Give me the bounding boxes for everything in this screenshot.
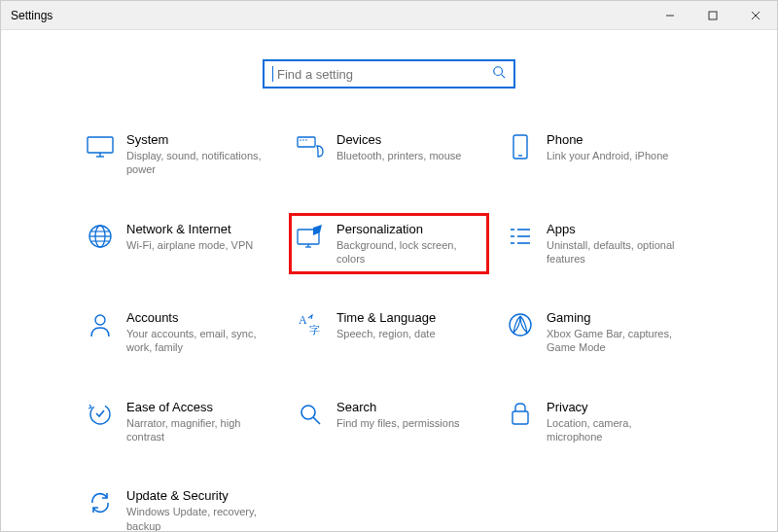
tile-desc: Background, lock screen, colors (336, 238, 477, 266)
tile-text: Network & Internet Wi-Fi, airplane mode,… (126, 222, 253, 252)
tile-desc: Speech, region, date (336, 327, 436, 340)
tile-desc: Uninstall, defaults, optional features (547, 238, 688, 266)
tile-title: Ease of Access (126, 400, 267, 414)
tile-title: Update & Security (126, 488, 267, 503)
titlebar: Settings (1, 1, 777, 30)
tile-text: Search Find my files, permissions (336, 400, 460, 430)
tile-text: Time & Language Speech, region, date (336, 310, 436, 340)
svg-rect-9 (298, 137, 315, 147)
tile-title: Network & Internet (126, 222, 253, 236)
window-controls (649, 1, 777, 29)
tile-update-security[interactable]: Update & Security Windows Update, recove… (79, 479, 279, 532)
tile-phone[interactable]: Phone Link your Android, iPhone (499, 124, 699, 186)
tile-apps[interactable]: Apps Uninstall, defaults, optional featu… (499, 213, 699, 275)
svg-rect-6 (88, 137, 113, 153)
apps-icon (506, 222, 535, 251)
ease-of-access-icon (86, 400, 115, 429)
system-icon (86, 132, 115, 161)
search-box[interactable] (263, 59, 515, 89)
svg-line-5 (502, 75, 506, 79)
tile-desc: Wi-Fi, airplane mode, VPN (126, 238, 253, 252)
gaming-icon (506, 310, 535, 339)
svg-point-10 (300, 139, 301, 141)
svg-rect-36 (513, 411, 528, 424)
settings-grid: System Display, sound, notifications, po… (20, 124, 758, 532)
tile-desc: Your accounts, email, sync, work, family (126, 327, 267, 355)
text-caret (272, 66, 273, 82)
personalization-icon (296, 222, 325, 251)
tile-text: Phone Link your Android, iPhone (547, 132, 668, 162)
search-icon (492, 65, 506, 83)
tile-title: Apps (547, 222, 688, 236)
tile-text: Apps Uninstall, defaults, optional featu… (547, 222, 688, 266)
phone-icon (506, 132, 535, 161)
tile-desc: Windows Update, recovery, backup (126, 505, 267, 532)
tile-search[interactable]: Search Find my files, permissions (289, 391, 489, 453)
update-icon (86, 488, 115, 517)
search-input[interactable] (275, 66, 492, 83)
svg-point-34 (301, 406, 315, 419)
accounts-icon (86, 310, 115, 339)
svg-point-4 (494, 67, 503, 76)
tile-title: Privacy (547, 400, 688, 414)
tile-privacy[interactable]: Privacy Location, camera, microphone (499, 391, 699, 453)
svg-point-11 (302, 139, 304, 141)
tile-desc: Narrator, magnifier, high contrast (126, 416, 267, 444)
tile-title: Search (336, 400, 460, 414)
svg-rect-1 (709, 12, 717, 19)
window-title: Settings (11, 9, 53, 22)
tile-text: Ease of Access Narrator, magnifier, high… (126, 400, 267, 444)
tile-text: Devices Bluetooth, printers, mouse (336, 132, 461, 162)
tile-desc: Display, sound, notifications, power (126, 149, 267, 177)
svg-text:A: A (299, 313, 307, 327)
close-button[interactable] (734, 1, 777, 29)
tile-text: Update & Security Windows Update, recove… (126, 488, 267, 532)
tile-title: Devices (336, 132, 461, 147)
tile-desc: Find my files, permissions (336, 416, 460, 430)
maximize-button[interactable] (691, 1, 734, 29)
tile-network[interactable]: Network & Internet Wi-Fi, airplane mode,… (79, 213, 279, 275)
minimize-button[interactable] (649, 1, 691, 29)
tile-title: System (126, 132, 267, 147)
devices-icon (296, 132, 325, 161)
privacy-icon (506, 400, 535, 429)
tile-desc: Xbox Game Bar, captures, Game Mode (547, 327, 688, 355)
svg-point-12 (305, 139, 307, 141)
tile-gaming[interactable]: Gaming Xbox Game Bar, captures, Game Mod… (499, 301, 699, 364)
tile-ease-of-access[interactable]: Ease of Access Narrator, magnifier, high… (79, 391, 279, 453)
tile-desc: Link your Android, iPhone (547, 149, 668, 162)
svg-line-35 (313, 417, 320, 424)
tile-desc: Location, camera, microphone (547, 416, 688, 444)
tile-title: Accounts (126, 310, 267, 325)
tile-title: Personalization (336, 222, 477, 236)
content-area: System Display, sound, notifications, po… (1, 30, 777, 532)
tile-title: Gaming (547, 310, 688, 325)
search-tile-icon (296, 400, 325, 429)
svg-text:字: 字 (309, 324, 320, 336)
search-wrap (20, 59, 758, 89)
tile-system[interactable]: System Display, sound, notifications, po… (79, 124, 279, 186)
tile-title: Time & Language (336, 310, 436, 325)
time-language-icon: A字 (296, 310, 325, 339)
tile-text: Gaming Xbox Game Bar, captures, Game Mod… (547, 310, 688, 355)
network-icon (86, 222, 115, 251)
tile-text: Accounts Your accounts, email, sync, wor… (126, 310, 267, 355)
tile-text: Privacy Location, camera, microphone (547, 400, 688, 444)
tile-text: Personalization Background, lock screen,… (336, 222, 477, 266)
tile-devices[interactable]: Devices Bluetooth, printers, mouse (289, 124, 489, 186)
tile-accounts[interactable]: Accounts Your accounts, email, sync, wor… (79, 301, 279, 364)
tile-time-language[interactable]: A字 Time & Language Speech, region, date (289, 301, 489, 364)
tile-text: System Display, sound, notifications, po… (126, 132, 267, 177)
svg-point-29 (95, 315, 105, 325)
tile-desc: Bluetooth, printers, mouse (336, 149, 461, 162)
tile-title: Phone (547, 132, 668, 147)
tile-personalization[interactable]: Personalization Background, lock screen,… (289, 213, 489, 275)
